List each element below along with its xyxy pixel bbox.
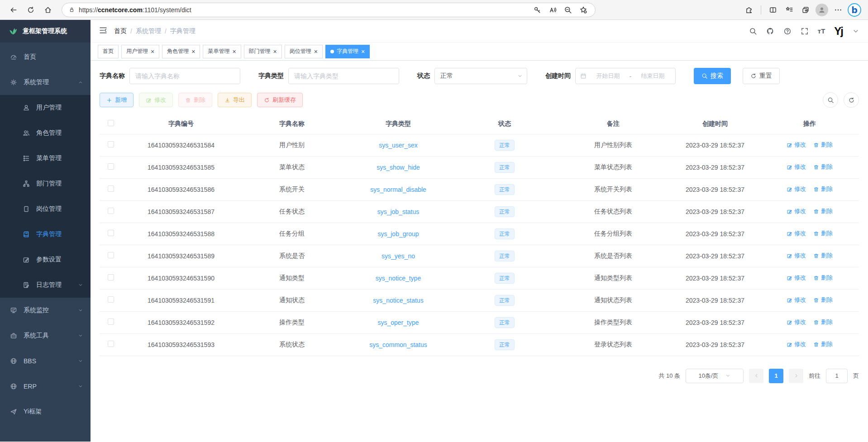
refresh-button[interactable]	[24, 3, 38, 17]
delete-button[interactable]: 删除	[178, 93, 212, 107]
sidebar-item-home[interactable]: 首页	[0, 44, 91, 70]
dict-type-link[interactable]: sys_show_hide	[377, 164, 420, 171]
sidebar-item-system-tools[interactable]: 系统工具	[0, 323, 91, 348]
favorites-bar-button[interactable]	[782, 3, 796, 17]
next-page-button[interactable]	[789, 369, 803, 383]
sidebar-item-user-mgmt[interactable]: 用户管理	[0, 95, 91, 120]
avatar-button[interactable]	[815, 3, 829, 17]
dict-type-input[interactable]	[288, 68, 399, 84]
row-edit-action[interactable]: 修改	[787, 252, 806, 260]
close-icon[interactable]: ×	[361, 48, 365, 55]
sidebar-item-log-mgmt[interactable]: 日志管理	[0, 272, 91, 298]
dict-type-link[interactable]: sys_notice_type	[376, 275, 421, 282]
add-button[interactable]: 新增	[100, 93, 134, 107]
github-icon[interactable]	[766, 27, 774, 35]
row-edit-action[interactable]: 修改	[787, 296, 806, 304]
tab-user-mgmt[interactable]: 用户管理×	[121, 45, 159, 58]
address-bar[interactable]: https://ccnetcore.com:1101/system/dict	[62, 3, 596, 17]
reset-button[interactable]: 重置	[743, 68, 780, 84]
tab-home[interactable]: 首页	[98, 45, 119, 58]
dict-type-link[interactable]: sys_yes_no	[382, 252, 415, 260]
row-checkbox[interactable]	[108, 185, 114, 192]
row-checkbox[interactable]	[108, 230, 114, 236]
close-icon[interactable]: ×	[314, 48, 318, 55]
refresh-cache-button[interactable]: 刷新缓存	[257, 93, 303, 107]
sidebar-item-bbs[interactable]: BBS	[0, 348, 91, 374]
row-delete-action[interactable]: 删除	[813, 207, 833, 215]
row-edit-action[interactable]: 修改	[787, 207, 806, 215]
row-delete-action[interactable]: 删除	[813, 141, 833, 149]
dict-type-link[interactable]: sys_job_group	[377, 230, 419, 238]
breadcrumb-item[interactable]: 系统管理	[136, 27, 161, 35]
user-avatar-logo[interactable]: Yj	[834, 25, 843, 38]
tab-dict-mgmt[interactable]: 字典管理×	[325, 45, 370, 58]
zoom-out-button[interactable]	[561, 3, 575, 17]
sidebar-item-erp[interactable]: ERP	[0, 374, 91, 399]
app-logo[interactable]: 意框架管理系统	[0, 20, 91, 43]
row-checkbox[interactable]	[108, 163, 114, 170]
search-tool-button[interactable]	[823, 92, 838, 108]
date-range-picker[interactable]: 开始日期 - 结束日期	[575, 68, 676, 84]
dict-name-input[interactable]	[129, 68, 240, 84]
row-checkbox[interactable]	[108, 208, 114, 214]
status-select[interactable]: 正常	[434, 68, 527, 84]
tab-menu-mgmt[interactable]: 菜单管理×	[203, 45, 241, 58]
dict-type-link[interactable]: sys_normal_disable	[370, 186, 426, 193]
tab-role-mgmt[interactable]: 角色管理×	[162, 45, 200, 58]
bing-button[interactable]: b	[847, 3, 862, 17]
row-edit-action[interactable]: 修改	[787, 318, 806, 326]
sidebar-item-yi-framework[interactable]: Yi框架	[0, 399, 91, 424]
more-button[interactable]	[831, 3, 845, 17]
split-screen-button[interactable]	[766, 3, 780, 17]
row-checkbox[interactable]	[108, 296, 114, 303]
sidebar-item-system-mgmt[interactable]: 系统管理	[0, 70, 91, 95]
page-number-1[interactable]: 1	[769, 369, 783, 383]
home-button[interactable]	[41, 3, 55, 17]
row-delete-action[interactable]: 删除	[813, 296, 833, 304]
row-edit-action[interactable]: 修改	[787, 340, 806, 348]
close-icon[interactable]: ×	[232, 48, 236, 55]
read-aloud-button[interactable]	[545, 3, 560, 17]
page-size-select[interactable]: 10条/页	[686, 369, 744, 383]
search-icon[interactable]	[749, 27, 757, 35]
tab-dept-mgmt[interactable]: 部门管理×	[244, 45, 282, 58]
sidebar-item-menu-mgmt[interactable]: 菜单管理	[0, 146, 91, 171]
fullscreen-icon[interactable]	[801, 27, 809, 35]
collections-button[interactable]	[798, 3, 813, 17]
close-icon[interactable]: ×	[191, 48, 195, 55]
row-delete-action[interactable]: 删除	[813, 163, 833, 171]
row-delete-action[interactable]: 删除	[813, 252, 833, 260]
row-delete-action[interactable]: 删除	[813, 318, 833, 326]
row-edit-action[interactable]: 修改	[787, 141, 806, 149]
sidebar-item-post-mgmt[interactable]: 岗位管理	[0, 196, 91, 222]
prev-page-button[interactable]	[749, 369, 763, 383]
row-delete-action[interactable]: 删除	[813, 274, 833, 282]
dict-type-link[interactable]: sys_notice_status	[373, 297, 423, 304]
sidebar-item-dict-mgmt[interactable]: 字典管理	[0, 222, 91, 247]
star-add-button[interactable]	[576, 3, 591, 17]
breadcrumb-item[interactable]: 字典管理	[170, 27, 196, 35]
extensions-button[interactable]	[742, 3, 756, 17]
row-checkbox[interactable]	[108, 141, 114, 147]
goto-page-input[interactable]	[826, 369, 848, 383]
dict-type-link[interactable]: sys_common_status	[369, 341, 427, 348]
row-checkbox[interactable]	[108, 274, 114, 280]
row-delete-action[interactable]: 删除	[813, 185, 833, 193]
close-icon[interactable]: ×	[273, 48, 277, 55]
row-edit-action[interactable]: 修改	[787, 185, 806, 193]
row-edit-action[interactable]: 修改	[787, 163, 806, 171]
sidebar-item-dept-mgmt[interactable]: 部门管理	[0, 171, 91, 196]
sidebar-item-role-mgmt[interactable]: 角色管理	[0, 120, 91, 146]
font-size-icon[interactable]: тT	[818, 28, 825, 34]
search-button[interactable]: 搜索	[694, 68, 731, 84]
key-button[interactable]	[530, 3, 544, 17]
edit-button[interactable]: 修改	[139, 93, 173, 107]
row-checkbox[interactable]	[108, 318, 114, 325]
sidebar-collapse-button[interactable]	[99, 26, 108, 37]
dict-type-link[interactable]: sys_user_sex	[379, 142, 418, 149]
dict-type-link[interactable]: sys_job_status	[377, 208, 420, 215]
row-delete-action[interactable]: 删除	[813, 229, 833, 238]
tab-post-mgmt[interactable]: 岗位管理×	[285, 45, 323, 58]
row-checkbox[interactable]	[108, 252, 114, 258]
close-icon[interactable]: ×	[151, 48, 154, 55]
